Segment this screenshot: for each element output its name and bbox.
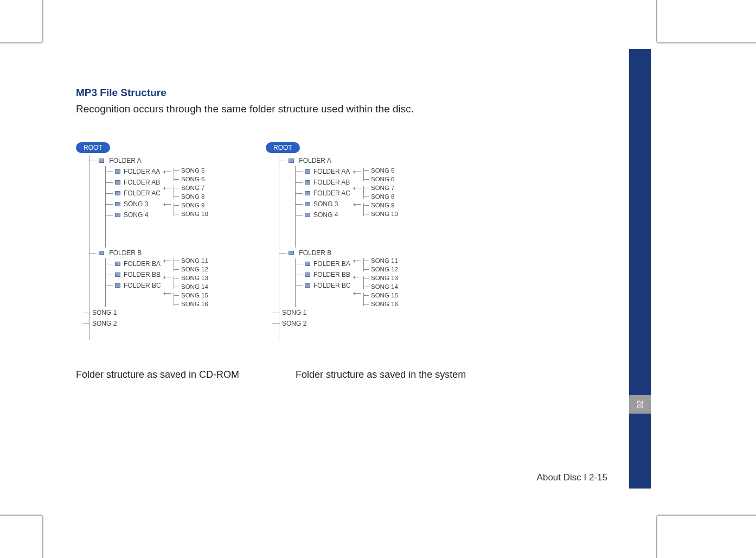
file-label: SONG 2 — [282, 320, 306, 327]
folder-label: FOLDER AA — [124, 168, 160, 175]
song-label: SONG 14 — [174, 282, 208, 291]
file-label: SONG 4 — [124, 211, 148, 219]
folder-icon — [115, 262, 120, 266]
folder-label: FOLDER BC — [313, 282, 351, 289]
song-label: SONG 8 — [174, 192, 204, 201]
songs-aa: SONG 5 SONG 6 — [363, 166, 394, 183]
captions-row: Folder structure as saved in CD-ROM Fold… — [76, 355, 618, 381]
folder-b: FOLDER B — [279, 248, 439, 258]
crop-mark — [657, 515, 756, 516]
diagram-system: ROOT FOLDER A FOLDER AA FOLDER AB FOLDER… — [266, 142, 439, 340]
arrow-icon — [354, 293, 361, 294]
file-label: SONG 1 — [282, 309, 306, 316]
folder-label: FOLDER AB — [313, 179, 350, 186]
arrow-icon — [164, 261, 171, 261]
folder-label: FOLDER AA — [313, 168, 350, 175]
file-label: SONG 1 — [92, 309, 117, 316]
folder-icon — [305, 169, 310, 174]
page-footer: About Disc I 2-15 — [0, 472, 624, 483]
crop-mark — [42, 0, 43, 42]
folder-icon — [305, 283, 310, 288]
crop-mark — [42, 516, 43, 558]
crop-mark — [0, 42, 42, 43]
song-label: SONG 6 — [363, 175, 394, 183]
caption-system: Folder structure as saved in the system — [296, 369, 466, 381]
song-label: SONG 14 — [363, 282, 398, 291]
folder-icon — [305, 191, 310, 195]
folder-icon — [99, 251, 104, 255]
song-label: SONG 16 — [363, 300, 398, 308]
songs-ab: SONG 7 SONG 8 — [363, 183, 394, 201]
folder-label: FOLDER BC — [124, 282, 161, 289]
section-tab: 02 — [629, 395, 651, 414]
file-label: SONG 3 — [124, 200, 148, 208]
song-label: SONG 11 — [174, 256, 208, 265]
arrow-icon — [354, 204, 361, 205]
songs-ac: SONG 9 SONG 10 — [363, 201, 398, 218]
arrow-icon — [354, 172, 361, 172]
folder-label: FOLDER AC — [313, 189, 350, 197]
caption-cdrom: Folder structure as saved in CD-ROM — [76, 369, 239, 381]
crop-mark — [0, 515, 42, 516]
song-label: SONG 15 — [174, 291, 208, 300]
tree-root: FOLDER A FOLDER AA FOLDER AB FOLDER AC S… — [279, 155, 439, 340]
folder-a: FOLDER A — [89, 155, 249, 166]
song-label: SONG 12 — [363, 265, 398, 274]
folder-label: FOLDER BA — [124, 260, 161, 268]
folder-label: FOLDER BA — [313, 260, 350, 268]
folder-label: FOLDER B — [299, 249, 331, 257]
song-label: SONG 6 — [174, 175, 204, 183]
songs-bb: SONG 13 SONG 14 — [174, 274, 208, 291]
song-label: SONG 9 — [174, 201, 208, 210]
folder-icon — [115, 169, 120, 174]
song-1: SONG 1 — [272, 307, 439, 318]
file-icon — [115, 202, 120, 206]
crop-mark — [656, 0, 657, 42]
folder-icon — [289, 251, 294, 255]
song-2: SONG 2 — [272, 318, 439, 329]
folder-icon — [115, 272, 120, 277]
arrow-icon — [164, 204, 171, 205]
root-label: ROOT — [76, 142, 110, 153]
folder-icon — [305, 180, 310, 185]
song-label: SONG 12 — [174, 265, 208, 274]
arrow-icon — [164, 172, 171, 172]
folder-icon — [99, 158, 104, 163]
section-number: 02 — [636, 400, 644, 409]
arrow-icon — [164, 293, 171, 294]
arrow-icon — [354, 188, 361, 188]
side-color-bar — [629, 49, 651, 489]
section-description: Recognition occurs through the same fold… — [76, 103, 618, 115]
file-label: SONG 4 — [313, 211, 338, 219]
song-1: SONG 1 — [82, 307, 249, 318]
song-label: SONG 7 — [174, 183, 204, 192]
file-icon — [305, 213, 310, 217]
arrow-icon — [164, 277, 171, 277]
song-label: SONG 7 — [363, 183, 394, 192]
songs-bc: SONG 15 SONG 16 — [174, 291, 208, 308]
crop-mark — [656, 516, 657, 558]
file-icon — [115, 213, 120, 217]
songs-bb: SONG 13 SONG 14 — [363, 274, 398, 291]
footer-text: About Disc I 2-15 — [537, 472, 607, 483]
diagram-cdrom: ROOT FOLDER A FOLDER AA FOLDER AB FOLDER… — [76, 142, 249, 340]
folder-label: FOLDER BB — [313, 271, 350, 278]
root-label: ROOT — [266, 142, 300, 153]
folder-label: FOLDER A — [299, 157, 331, 164]
songs-ba: SONG 11 SONG 12 — [174, 256, 208, 274]
tree-root: FOLDER A FOLDER AA FOLDER AB FOLDER AC S… — [89, 155, 249, 340]
file-label: SONG 2 — [92, 320, 117, 327]
section-title: MP3 File Structure — [76, 87, 618, 99]
file-label: SONG 3 — [313, 200, 338, 208]
folder-b: FOLDER B — [89, 248, 249, 258]
folder-label: FOLDER A — [109, 157, 141, 164]
songs-ab: SONG 7 SONG 8 — [174, 183, 204, 201]
song-2: SONG 2 — [82, 318, 249, 329]
song-label: SONG 5 — [363, 166, 394, 175]
folder-a: FOLDER A — [279, 155, 439, 166]
songs-ac: SONG 9 SONG 10 — [174, 201, 208, 218]
page-content: MP3 File Structure Recognition occurs th… — [76, 87, 618, 381]
folder-label: FOLDER AB — [124, 179, 160, 186]
song-label: SONG 5 — [174, 166, 204, 175]
song-label: SONG 13 — [174, 274, 208, 282]
